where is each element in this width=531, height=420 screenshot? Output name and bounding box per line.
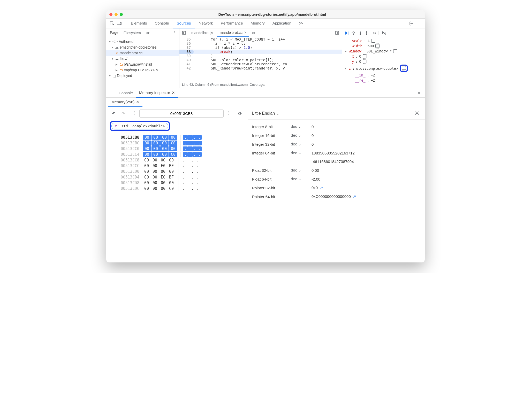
memory-icon[interactable] [363, 60, 367, 63]
tab-elements[interactable]: Elements [127, 19, 151, 28]
tab-sources[interactable]: Sources [173, 19, 195, 28]
drawer-close-icon[interactable]: ✕ [415, 89, 423, 96]
hex-byte[interactable]: BF [167, 175, 176, 180]
hex-byte[interactable]: 00 [169, 146, 177, 151]
scope-x[interactable]: x: 0 [344, 54, 423, 59]
scope-window[interactable]: ▶window: SDL_Window * [344, 49, 423, 54]
encoding-select[interactable]: dec ⌄ [291, 151, 312, 155]
editor-nav-right-icon[interactable] [334, 29, 340, 36]
hex-row[interactable]: 00513CC4000000C0.... [106, 152, 248, 157]
hex-byte[interactable]: 00 [160, 146, 169, 151]
resume-icon[interactable] [345, 30, 349, 35]
hex-byte[interactable]: 00 [142, 175, 151, 180]
close-icon[interactable]: ✕ [136, 100, 139, 104]
tabs-overflow-icon[interactable]: ≫ [295, 19, 307, 28]
hex-row[interactable]: 00513CB800000000.... [106, 135, 248, 140]
hex-byte[interactable]: 00 [151, 175, 159, 180]
encoding-select[interactable]: dec ⌄ [291, 177, 312, 181]
hex-row[interactable]: 00513CD000000000.... [106, 169, 248, 174]
tree-authored[interactable]: ▼< >Authored [106, 39, 179, 44]
refresh-icon[interactable]: ⟳ [236, 110, 244, 118]
hex-byte[interactable]: 00 [160, 152, 169, 157]
hex-byte[interactable]: E0 [159, 175, 167, 180]
hex-byte[interactable]: 00 [143, 152, 151, 157]
scope-scale[interactable]: scale: 4 [344, 38, 423, 43]
editor-tab-js[interactable]: mandelbrot.js [189, 29, 216, 37]
encoding-select[interactable]: dec ⌄ [291, 168, 312, 173]
hex-row[interactable]: 00513CDC000000C0.... [106, 186, 248, 191]
page-prev-icon[interactable]: 〈 [129, 110, 137, 117]
hex-byte[interactable]: 00 [151, 141, 160, 146]
nav-tab-filesystem[interactable]: Filesystem [121, 29, 143, 37]
encoding-select[interactable]: dec ⌄ [291, 142, 312, 146]
deactivate-breakpoints-icon[interactable] [382, 30, 386, 35]
hex-row[interactable]: 00513CBC000000C0.... [106, 140, 248, 146]
hex-byte[interactable]: C0 [169, 152, 177, 157]
memory-object-chip[interactable]: z: std::complex<double> [110, 121, 170, 131]
hex-byte[interactable]: 00 [151, 146, 160, 151]
scope-re[interactable]: __re_: −2 [344, 78, 423, 83]
memory-icon[interactable] [363, 55, 367, 58]
hex-byte[interactable]: 00 [167, 158, 176, 163]
hex-byte[interactable]: 00 [142, 163, 151, 168]
hex-byte[interactable]: C0 [167, 186, 176, 191]
zoom-icon[interactable] [120, 13, 123, 16]
scope-z[interactable]: ▼z: std::complex<double> [344, 64, 423, 73]
hex-row[interactable]: 00513CD800000000.... [106, 180, 248, 186]
source-map-link[interactable]: mandelbrot.wasm [220, 83, 247, 87]
hex-row[interactable]: 00513CD40000E0BF.... [106, 174, 248, 180]
memory-icon[interactable] [402, 66, 406, 70]
editor-nav-left-icon[interactable] [181, 29, 187, 36]
close-icon[interactable] [109, 13, 112, 16]
code-editor[interactable]: 35 for (; i < MAX_ITER_COUNT − 1; i++ 36… [179, 37, 342, 81]
step-icon[interactable] [371, 30, 376, 35]
scope-y[interactable]: y: 0 [344, 59, 423, 64]
hex-row[interactable]: 00513CCC0000E0BF.... [106, 163, 248, 169]
hex-byte[interactable]: 00 [143, 141, 151, 146]
device-icon[interactable] [116, 20, 123, 27]
editor-overflow-icon[interactable]: ≫ [251, 30, 257, 36]
memory-icon[interactable] [393, 49, 397, 53]
memory-settings-gear-icon[interactable] [413, 110, 421, 117]
hex-byte[interactable]: 00 [143, 146, 151, 151]
editor-tab-cc[interactable]: mandelbrot.cc✕ [217, 29, 249, 37]
memory-icon[interactable] [375, 44, 380, 48]
hex-byte[interactable]: 00 [159, 169, 167, 174]
drawer-tab-console[interactable]: Console [116, 89, 136, 97]
hex-byte[interactable]: 00 [159, 180, 167, 185]
step-over-icon[interactable] [351, 30, 356, 35]
encoding-select[interactable]: dec ⌄ [291, 124, 312, 129]
external-link-icon[interactable]: ↗ [353, 194, 356, 199]
hex-byte[interactable]: 00 [151, 135, 160, 140]
hex-byte[interactable]: BF [167, 163, 176, 168]
step-out-icon[interactable] [365, 30, 368, 35]
hex-byte[interactable]: 00 [160, 141, 169, 146]
hex-byte[interactable]: 00 [167, 180, 176, 185]
address-input[interactable] [139, 110, 224, 118]
hex-row[interactable]: 00513CC000000000.... [106, 146, 248, 152]
tab-console[interactable]: Console [151, 19, 173, 28]
hex-byte[interactable]: C0 [169, 141, 177, 146]
hex-row[interactable]: 00513CC800000000.... [106, 157, 248, 163]
drawer-tab-memory[interactable]: Memory Inspector✕ [136, 88, 178, 98]
hex-byte[interactable]: 00 [143, 135, 151, 140]
hex-byte[interactable]: 00 [151, 152, 160, 157]
hex-byte[interactable]: 00 [151, 180, 159, 185]
close-icon[interactable]: ✕ [172, 90, 175, 95]
hex-byte[interactable]: 00 [151, 163, 159, 168]
hex-byte[interactable]: 00 [159, 186, 167, 191]
nav-tab-page[interactable]: Page [107, 28, 121, 37]
inspect-icon[interactable] [108, 20, 116, 27]
hex-byte[interactable]: 00 [142, 186, 151, 191]
nav-more-icon[interactable]: ⋮ [171, 29, 178, 36]
memory-icon[interactable] [371, 39, 375, 43]
tab-memory[interactable]: Memory [247, 19, 268, 28]
endianness-select[interactable]: Little Endian ⌄ [252, 111, 279, 116]
tree-deployed[interactable]: ▼⬚Deployed [106, 73, 179, 79]
memory-tab-256[interactable]: Memory(256)✕ [108, 98, 142, 107]
scope-width[interactable]: width: 600 [344, 43, 423, 49]
external-link-icon[interactable]: ↗ [320, 185, 323, 190]
hex-byte[interactable]: 00 [151, 158, 159, 163]
undo-icon[interactable]: ↶ [110, 110, 117, 117]
step-into-icon[interactable] [359, 30, 362, 35]
